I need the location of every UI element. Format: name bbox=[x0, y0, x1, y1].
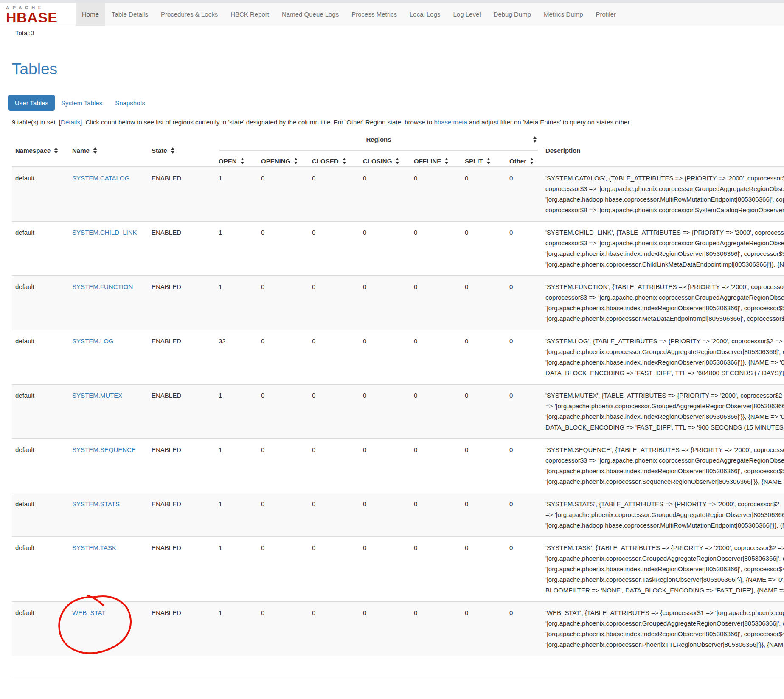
region-count-opening[interactable]: 0 bbox=[258, 439, 309, 493]
nav-link-debug-dump[interactable]: Debug Dump bbox=[487, 3, 537, 26]
tab-link-user-tables[interactable]: User Tables bbox=[8, 95, 55, 111]
table-link-system-catalog[interactable]: SYSTEM.CATALOG bbox=[72, 174, 129, 182]
region-count-opening[interactable]: 0 bbox=[258, 385, 309, 439]
region-count-split[interactable]: 0 bbox=[461, 167, 506, 222]
region-count-other[interactable]: 0 bbox=[506, 222, 542, 276]
region-count-offline[interactable]: 0 bbox=[410, 493, 461, 537]
region-count-other[interactable]: 0 bbox=[506, 330, 542, 385]
region-count-closing[interactable]: 0 bbox=[360, 493, 410, 537]
region-count-split[interactable]: 0 bbox=[461, 439, 506, 493]
sort-icon[interactable] bbox=[294, 158, 298, 164]
region-count-opening[interactable]: 0 bbox=[258, 602, 309, 656]
nav-link-home[interactable]: Home bbox=[76, 3, 105, 26]
details-link[interactable]: Details bbox=[61, 118, 80, 126]
nav-link-procedures-locks[interactable]: Procedures & Locks bbox=[155, 3, 224, 26]
region-count-opening[interactable]: 0 bbox=[258, 330, 309, 385]
region-count-open[interactable]: 1 bbox=[215, 167, 258, 222]
region-count-offline[interactable]: 0 bbox=[410, 276, 461, 330]
region-count-closing[interactable]: 0 bbox=[360, 222, 410, 276]
region-count-split[interactable]: 0 bbox=[461, 537, 506, 602]
nav-link-process-metrics[interactable]: Process Metrics bbox=[345, 3, 403, 26]
region-count-closed[interactable]: 0 bbox=[309, 222, 360, 276]
nav-link-profiler[interactable]: Profiler bbox=[590, 3, 623, 26]
table-link-system-function[interactable]: SYSTEM.FUNCTION bbox=[72, 283, 133, 290]
region-count-closing[interactable]: 0 bbox=[360, 385, 410, 439]
sort-icon[interactable] bbox=[171, 147, 175, 154]
table-link-system-task[interactable]: SYSTEM.TASK bbox=[72, 544, 116, 551]
hbase-logo[interactable]: APACHE HBASE bbox=[0, 3, 76, 26]
hbase-meta-link[interactable]: hbase:meta bbox=[434, 118, 467, 126]
region-count-split[interactable]: 0 bbox=[461, 330, 506, 385]
region-count-closed[interactable]: 0 bbox=[309, 439, 360, 493]
table-link-system-log[interactable]: SYSTEM.LOG bbox=[72, 337, 114, 345]
region-count-closed[interactable]: 0 bbox=[309, 276, 360, 330]
region-count-offline[interactable]: 0 bbox=[410, 439, 461, 493]
sort-icon[interactable] bbox=[396, 158, 399, 164]
region-count-split[interactable]: 0 bbox=[461, 222, 506, 276]
region-count-split[interactable]: 0 bbox=[461, 602, 506, 656]
nav-link-metrics-dump[interactable]: Metrics Dump bbox=[537, 3, 590, 26]
region-count-split[interactable]: 0 bbox=[461, 276, 506, 330]
sort-icon[interactable] bbox=[487, 158, 491, 164]
region-count-closing[interactable]: 0 bbox=[360, 330, 410, 385]
table-link-system-sequence[interactable]: SYSTEM.SEQUENCE bbox=[72, 446, 136, 453]
region-count-other[interactable]: 0 bbox=[506, 537, 542, 602]
region-count-open[interactable]: 1 bbox=[215, 537, 258, 602]
region-count-opening[interactable]: 0 bbox=[258, 276, 309, 330]
sort-icon[interactable] bbox=[93, 147, 97, 154]
region-count-closing[interactable]: 0 bbox=[360, 602, 410, 656]
sort-icon[interactable] bbox=[530, 158, 534, 164]
sort-icon[interactable] bbox=[241, 158, 244, 164]
sort-icon[interactable] bbox=[445, 158, 449, 164]
sort-icon[interactable] bbox=[54, 147, 58, 154]
region-count-open[interactable]: 1 bbox=[215, 439, 258, 493]
region-count-split[interactable]: 0 bbox=[461, 385, 506, 439]
nav-link-named-queue-logs[interactable]: Named Queue Logs bbox=[275, 3, 345, 26]
table-link-web-stat[interactable]: WEB_STAT bbox=[72, 609, 106, 616]
region-count-opening[interactable]: 0 bbox=[258, 537, 309, 602]
region-count-closed[interactable]: 0 bbox=[309, 537, 360, 602]
tab-link-snapshots[interactable]: Snapshots bbox=[109, 95, 152, 111]
region-count-open[interactable]: 32 bbox=[215, 330, 258, 385]
region-count-closing[interactable]: 0 bbox=[360, 167, 410, 222]
region-count-opening[interactable]: 0 bbox=[258, 493, 309, 537]
nav-link-log-level[interactable]: Log Level bbox=[447, 3, 487, 26]
region-count-open[interactable]: 1 bbox=[215, 276, 258, 330]
region-count-other[interactable]: 0 bbox=[506, 439, 542, 493]
region-count-other[interactable]: 0 bbox=[506, 385, 542, 439]
region-count-other[interactable]: 0 bbox=[506, 602, 542, 656]
region-count-other[interactable]: 0 bbox=[506, 493, 542, 537]
nav-link-local-logs[interactable]: Local Logs bbox=[403, 3, 447, 26]
region-count-closing[interactable]: 0 bbox=[360, 276, 410, 330]
region-count-closed[interactable]: 0 bbox=[309, 167, 360, 222]
region-count-open[interactable]: 1 bbox=[215, 385, 258, 439]
tab-link-system-tables[interactable]: System Tables bbox=[55, 95, 109, 111]
region-count-offline[interactable]: 0 bbox=[410, 385, 461, 439]
region-count-closed[interactable]: 0 bbox=[309, 493, 360, 537]
sort-icon[interactable] bbox=[343, 158, 346, 164]
region-count-closing[interactable]: 0 bbox=[360, 439, 410, 493]
region-count-offline[interactable]: 0 bbox=[410, 537, 461, 602]
region-count-opening[interactable]: 0 bbox=[258, 222, 309, 276]
region-count-offline[interactable]: 0 bbox=[410, 167, 461, 222]
nav-link-hbck-report[interactable]: HBCK Report bbox=[224, 3, 275, 26]
table-link-system-child-link[interactable]: SYSTEM.CHILD_LINK bbox=[72, 229, 137, 236]
region-count-open[interactable]: 1 bbox=[215, 493, 258, 537]
region-count-closing[interactable]: 0 bbox=[360, 537, 410, 602]
region-count-offline[interactable]: 0 bbox=[410, 330, 461, 385]
table-link-system-mutex[interactable]: SYSTEM.MUTEX bbox=[72, 392, 122, 399]
region-count-other[interactable]: 0 bbox=[506, 276, 542, 330]
region-count-closed[interactable]: 0 bbox=[309, 330, 360, 385]
region-count-open[interactable]: 1 bbox=[215, 602, 258, 656]
region-count-offline[interactable]: 0 bbox=[410, 602, 461, 656]
region-count-closed[interactable]: 0 bbox=[309, 385, 360, 439]
table-link-system-stats[interactable]: SYSTEM.STATS bbox=[72, 500, 120, 508]
region-count-offline[interactable]: 0 bbox=[410, 222, 461, 276]
region-count-open[interactable]: 1 bbox=[215, 222, 258, 276]
region-count-split[interactable]: 0 bbox=[461, 493, 506, 537]
nav-link-table-details[interactable]: Table Details bbox=[105, 3, 155, 26]
sort-icon[interactable] bbox=[533, 136, 537, 143]
region-count-other[interactable]: 0 bbox=[506, 167, 542, 222]
region-count-opening[interactable]: 0 bbox=[258, 167, 309, 222]
region-count-closed[interactable]: 0 bbox=[309, 602, 360, 656]
